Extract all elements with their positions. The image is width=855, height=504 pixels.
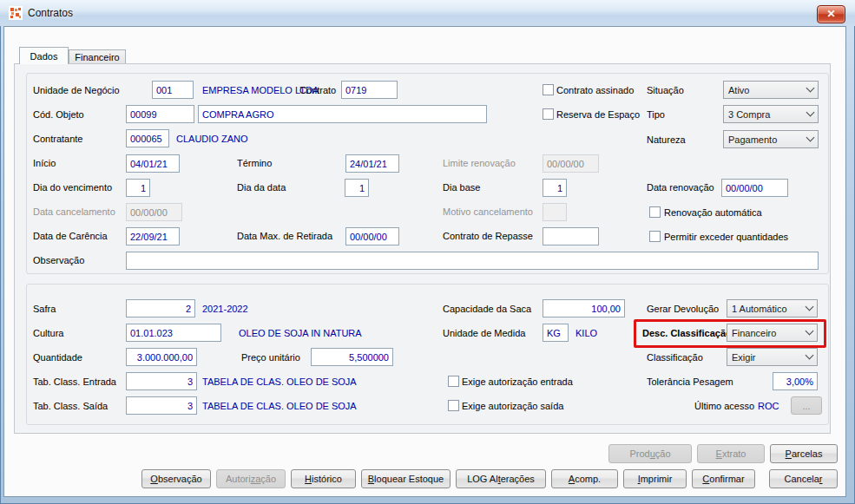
safra-desc: 2021-2022	[202, 304, 248, 314]
data-carencia-input[interactable]	[126, 227, 180, 245]
reserva-espaco-label: Reserva de Espaço	[556, 109, 640, 120]
capacidade-saca-input[interactable]	[543, 299, 625, 317]
desc-classificacao-select[interactable]: Financeiro	[727, 324, 818, 342]
dia-vencimento-label: Dia do vencimento	[33, 182, 112, 193]
tolerancia-pesagem-input[interactable]	[773, 372, 818, 390]
cod-objeto-input[interactable]	[126, 105, 194, 123]
observacao-input[interactable]	[126, 252, 819, 270]
ultimo-acesso-value: ROC	[758, 401, 779, 411]
cultura-input[interactable]	[126, 324, 221, 342]
data-max-retirada-input[interactable]	[345, 227, 399, 245]
data-carencia-label: Data de Carência	[33, 231, 108, 241]
natureza-select[interactable]: Pagamento	[723, 130, 819, 148]
chevron-down-icon	[806, 134, 815, 142]
permitir-exceder-checkbox[interactable]	[649, 231, 661, 242]
motivo-cancelamento-label: Motivo cancelamento	[443, 206, 533, 217]
reserva-espaco-checkbox[interactable]	[543, 108, 554, 120]
parcelas-button[interactable]: Parcelas	[770, 444, 838, 463]
app-icon	[9, 6, 23, 20]
contratante-input[interactable]	[126, 129, 169, 147]
tab-class-entrada-input[interactable]	[126, 372, 197, 390]
unidade-negocio-label: Unidade de Negócio	[33, 85, 120, 95]
contratante-name: CLAUDIO ZANO	[176, 134, 248, 144]
data-max-retirada-label: Data Max. de Retirada	[237, 231, 332, 241]
exige-autorizacao-saida-checkbox[interactable]	[448, 400, 459, 411]
cancelar-button[interactable]: Cancelar	[769, 469, 838, 488]
tipo-select[interactable]: 3 Compra	[723, 105, 819, 123]
quantidade-input[interactable]	[126, 348, 197, 366]
bloquear-estoque-button[interactable]: Bloquear Estoque	[361, 469, 451, 488]
termino-label: Término	[237, 158, 272, 168]
quantidade-label: Quantidade	[33, 352, 82, 363]
tolerancia-pesagem-label: Tolerância Pesagem	[647, 376, 733, 387]
tab-financeiro[interactable]: Financeiro	[69, 49, 126, 63]
preco-unitario-input[interactable]	[311, 348, 393, 366]
dia-data-label: Dia da data	[237, 182, 286, 193]
producao-button: Produção	[608, 444, 692, 463]
renovacao-automatica-checkbox[interactable]	[649, 206, 661, 218]
tab-dados[interactable]: Dados	[19, 47, 69, 64]
contrato-label: Contrato	[299, 85, 336, 95]
data-cancelamento-input	[126, 203, 182, 221]
cultura-desc: OLEO DE SOJA IN NATURA	[239, 328, 362, 338]
cultura-label: Cultura	[33, 328, 63, 338]
cod-objeto-desc-input[interactable]	[198, 105, 487, 123]
contrato-assinado-label: Contrato assinado	[556, 85, 634, 95]
tab-class-saida-label: Tab. Class. Saída	[33, 401, 108, 411]
capacidade-saca-label: Capacidade da Saca	[443, 304, 531, 314]
close-button[interactable]: ✕	[817, 5, 845, 23]
classificacao-select[interactable]: Exigir	[727, 348, 818, 366]
confirmar-button[interactable]: Confirmar	[692, 469, 755, 488]
unidade-medida-input[interactable]	[543, 324, 569, 342]
unidade-medida-desc: KILO	[575, 328, 597, 338]
close-icon: ✕	[826, 8, 835, 20]
contrato-assinado-checkbox[interactable]	[543, 84, 554, 95]
chevron-down-icon	[806, 327, 814, 336]
situacao-label: Situação	[647, 85, 684, 95]
renovacao-automatica-label: Renovação automática	[664, 207, 762, 218]
gerar-devolucao-label: Gerar Devolução	[647, 304, 719, 314]
chevron-down-icon	[806, 108, 815, 117]
contrato-input[interactable]	[341, 81, 398, 99]
termino-input[interactable]	[345, 154, 399, 173]
limite-renovacao-label: Limite renovação	[443, 158, 516, 168]
ultimo-acesso-browse-button: ...	[791, 396, 822, 415]
unidade-medida-label: Unidade de Medida	[443, 328, 525, 338]
preco-unitario-label: Preço unitário	[241, 352, 300, 363]
gerar-devolucao-select[interactable]: 1 Automático	[727, 299, 818, 317]
chevron-down-icon	[806, 303, 814, 311]
dia-vencimento-input[interactable]	[126, 179, 150, 197]
data-renovacao-input[interactable]	[721, 179, 788, 197]
dia-base-input[interactable]	[543, 179, 567, 197]
observacao-button[interactable]: Observação	[141, 469, 211, 488]
permitir-exceder-label: Permitir exceder quantidades	[664, 232, 788, 242]
ultimo-acesso-label: Último acesso	[694, 401, 754, 411]
log-alteracoes-button[interactable]: LOG Alterações	[456, 469, 546, 488]
tab-class-entrada-desc: TABELA DE CLAS. OLEO DE SOJA	[202, 376, 357, 387]
extrato-button: Extrato	[697, 444, 765, 463]
motivo-cancelamento-input	[543, 203, 567, 221]
dia-data-input[interactable]	[345, 179, 369, 197]
safra-input[interactable]	[126, 299, 195, 317]
exige-autorizacao-entrada-label: Exige autorização entrada	[462, 376, 573, 387]
tab-class-saida-desc: TABELA DE CLAS. OLEO DE SOJA	[202, 401, 357, 411]
historico-button[interactable]: Histórico	[291, 469, 356, 488]
contratante-label: Contratante	[33, 134, 82, 144]
unidade-negocio-input[interactable]	[152, 81, 194, 99]
title-bar: Contratos ✕	[0, 0, 855, 26]
inicio-input[interactable]	[126, 154, 180, 173]
dia-base-label: Dia base	[443, 182, 480, 193]
safra-label: Safra	[33, 304, 56, 314]
exige-autorizacao-entrada-checkbox[interactable]	[448, 376, 459, 387]
situacao-select[interactable]: Ativo	[723, 81, 819, 99]
tab-class-saida-input[interactable]	[126, 396, 197, 415]
limite-renovacao-input	[543, 154, 599, 173]
contrato-repasse-input[interactable]	[543, 227, 599, 245]
natureza-label: Natureza	[647, 134, 686, 145]
contrato-repasse-label: Contrato de Repasse	[443, 231, 533, 241]
imprimir-button[interactable]: Imprimir	[623, 469, 687, 488]
data-cancelamento-label: Data cancelamento	[33, 206, 115, 217]
acomp-button[interactable]: Acomp.	[551, 469, 618, 488]
desc-classificacao-label: Desc. Classificação	[642, 328, 732, 338]
window-title: Contratos	[28, 7, 73, 19]
